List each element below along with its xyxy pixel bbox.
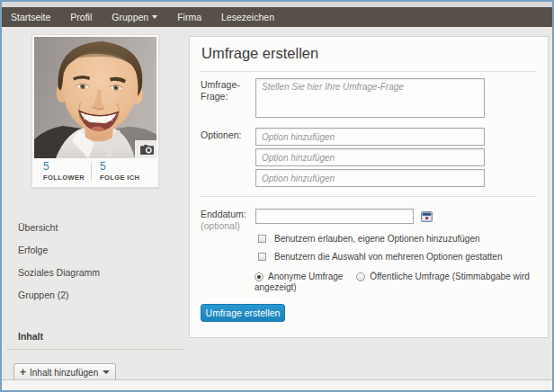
sidebar-item-gruppen[interactable]: Gruppen (2) bbox=[18, 290, 69, 300]
sidebar-divider bbox=[7, 349, 183, 350]
follower-label: FOLLOWER bbox=[43, 174, 91, 182]
checkbox-icon[interactable] bbox=[258, 253, 266, 261]
allow-options-checkbox-row[interactable]: Benutzern erlauben, eigene Optionen hinz… bbox=[258, 234, 480, 244]
enddate-input[interactable] bbox=[255, 209, 414, 224]
options-label: Optionen: bbox=[201, 129, 253, 141]
enddate-hint: (optional) bbox=[201, 220, 240, 231]
option-input-1[interactable] bbox=[255, 128, 485, 146]
checkbox-icon[interactable] bbox=[258, 235, 266, 243]
poll-type-radiogroup: Anonyme Umfrage Öffentliche Umfrage (Sti… bbox=[255, 272, 553, 292]
divider bbox=[201, 196, 537, 197]
main-navbar: Startseite Profil Gruppen Firma Lesezeic… bbox=[2, 7, 552, 27]
sidebar-item-erfolge[interactable]: Erfolge bbox=[18, 245, 48, 255]
camera-icon bbox=[140, 145, 154, 155]
add-content-button[interactable]: + Inhalt hinzufügen bbox=[13, 363, 116, 381]
question-textarea[interactable] bbox=[255, 78, 485, 118]
question-label: Umfrage-Frage: bbox=[201, 79, 253, 102]
sidebar-section-inhalt: Inhalt bbox=[18, 331, 43, 342]
follower-count: 5 bbox=[43, 161, 91, 173]
nav-item-lesezeichen[interactable]: Lesezeichen bbox=[221, 12, 274, 22]
follower-stat[interactable]: 5 FOLLOWER bbox=[34, 158, 91, 185]
nav-item-startseite[interactable]: Startseite bbox=[11, 12, 50, 22]
calendar-icon[interactable] bbox=[421, 209, 433, 226]
calendar-icon bbox=[421, 211, 433, 222]
anonymous-poll-radio[interactable]: Anonyme Umfrage bbox=[255, 272, 343, 281]
change-photo-button[interactable] bbox=[135, 140, 158, 158]
footer-strip bbox=[2, 379, 552, 391]
create-poll-button[interactable]: Umfrage erstellen bbox=[201, 304, 285, 322]
chevron-down-icon bbox=[152, 15, 157, 19]
radio-selected-icon[interactable] bbox=[255, 272, 264, 281]
nav-item-profil[interactable]: Profil bbox=[70, 12, 92, 22]
stats-divider bbox=[91, 163, 92, 181]
radio-icon[interactable] bbox=[356, 272, 365, 281]
page-title: Umfrage erstellen bbox=[201, 45, 318, 62]
plus-icon: + bbox=[20, 367, 26, 378]
app-window: Startseite Profil Gruppen Firma Lesezeic… bbox=[0, 0, 554, 392]
following-label: FOLGE ICH bbox=[100, 174, 156, 182]
profile-stats: 5 FOLLOWER 5 FOLGE ICH bbox=[34, 158, 156, 185]
enddate-label: Enddatum: (optional) bbox=[201, 209, 253, 232]
following-count: 5 bbox=[100, 161, 156, 173]
create-poll-card: Umfrage erstellen Umfrage-Frage: Optione… bbox=[189, 36, 549, 338]
nav-item-gruppen[interactable]: Gruppen bbox=[112, 12, 157, 22]
multi-select-checkbox-row[interactable]: Benutzern die Auswahl von mehreren Optio… bbox=[258, 252, 503, 262]
sidebar-item-uebersicht[interactable]: Übersicht bbox=[18, 222, 58, 233]
profile-card: 5 FOLLOWER 5 FOLGE ICH bbox=[31, 34, 159, 188]
following-stat[interactable]: 5 FOLGE ICH bbox=[91, 158, 156, 185]
chevron-down-icon bbox=[103, 370, 110, 374]
option-input-3[interactable] bbox=[255, 169, 485, 187]
divider bbox=[201, 71, 537, 72]
sidebar-item-soziales-diagramm[interactable]: Soziales Diagramm bbox=[18, 267, 100, 278]
nav-item-firma[interactable]: Firma bbox=[177, 12, 201, 22]
option-input-2[interactable] bbox=[255, 148, 485, 166]
